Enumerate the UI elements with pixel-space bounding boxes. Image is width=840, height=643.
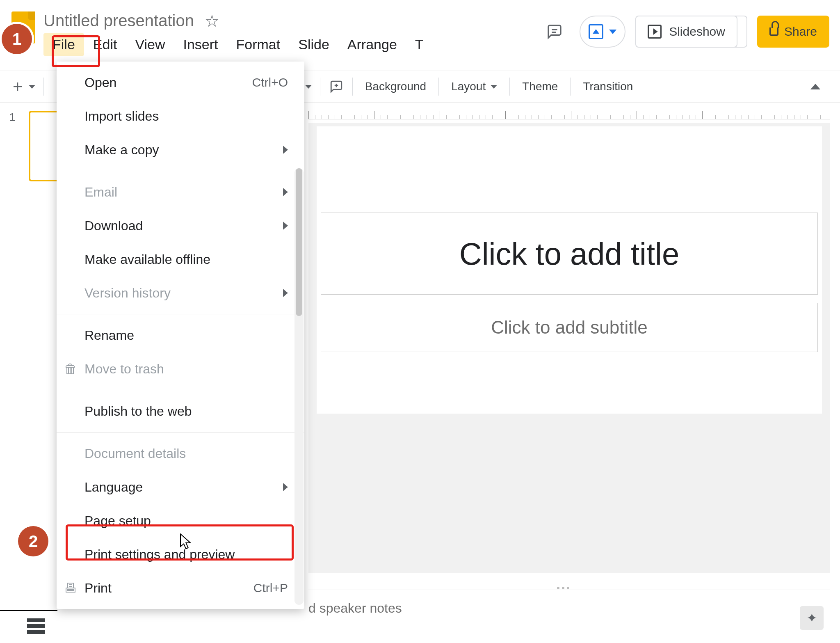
print-icon: 🖶 xyxy=(64,581,77,596)
theme-button[interactable]: Theme xyxy=(514,75,566,98)
thumbnail-index: 1 xyxy=(9,111,16,124)
menu-open[interactable]: Open Ctrl+O xyxy=(57,66,304,99)
lock-icon xyxy=(769,27,778,36)
menu-slide[interactable]: Slide xyxy=(289,33,338,56)
star-icon[interactable]: ☆ xyxy=(205,13,219,29)
menu-insert[interactable]: Insert xyxy=(174,33,227,56)
menu-import-slides[interactable]: Import slides xyxy=(57,99,304,133)
menu-make-offline[interactable]: Make available offline xyxy=(57,243,304,276)
menu-format[interactable]: Format xyxy=(227,33,290,56)
menu-make-copy[interactable]: Make a copy xyxy=(57,133,304,167)
menu-version-history-label: Version history xyxy=(84,286,171,301)
menu-email-label: Email xyxy=(84,185,117,200)
horizontal-ruler xyxy=(308,103,830,120)
menu-file[interactable]: File xyxy=(43,33,84,56)
menu-document-details[interactable]: Document details xyxy=(57,437,304,470)
menu-email[interactable]: Email xyxy=(57,175,304,209)
menu-print[interactable]: 🖶 Print Ctrl+P xyxy=(57,571,304,605)
menu-print-shortcut: Ctrl+P xyxy=(253,581,288,595)
menu-version-history[interactable]: Version history xyxy=(57,276,304,310)
new-slide-button[interactable] xyxy=(7,75,39,98)
menu-scrollbar[interactable] xyxy=(294,168,304,605)
menu-move-to-trash[interactable]: 🗑 Move to trash xyxy=(57,352,304,386)
background-button[interactable]: Background xyxy=(357,75,434,98)
slideshow-dropdown[interactable] xyxy=(727,16,747,48)
menu-edit[interactable]: Edit xyxy=(84,33,126,56)
menu-open-label: Open xyxy=(84,75,116,90)
menu-open-shortcut: Ctrl+O xyxy=(252,76,288,89)
submenu-arrow-icon xyxy=(283,222,288,230)
speaker-notes[interactable]: d speaker notes xyxy=(308,590,830,627)
subtitle-placeholder[interactable]: Click to add subtitle xyxy=(321,303,818,352)
menu-print-label: Print xyxy=(84,581,112,596)
menu-language-label: Language xyxy=(84,480,143,495)
comments-icon[interactable] xyxy=(539,16,570,47)
bottom-divider xyxy=(0,610,57,611)
slideshow-label: Slideshow xyxy=(669,25,725,39)
trash-icon: 🗑 xyxy=(64,362,77,377)
menu-download-label: Download xyxy=(84,218,143,233)
notes-resize-handle[interactable] xyxy=(557,587,582,593)
file-menu: Open Ctrl+O Import slides Make a copy Em… xyxy=(57,62,304,609)
slide-canvas[interactable]: Click to add title Click to add subtitle xyxy=(317,126,822,414)
submenu-arrow-icon xyxy=(283,289,288,297)
annotation-badge-1: 1 xyxy=(2,24,32,54)
layout-button[interactable]: Layout xyxy=(443,75,505,98)
layout-label: Layout xyxy=(451,80,486,93)
submenu-arrow-icon xyxy=(283,146,288,154)
menu-arrange[interactable]: Arrange xyxy=(338,33,406,56)
submenu-arrow-icon xyxy=(283,483,288,491)
share-button[interactable]: Share xyxy=(757,16,829,48)
document-title[interactable]: Untitled presentation xyxy=(43,11,194,30)
collapse-toolbar-button[interactable] xyxy=(806,75,833,98)
annotation-badge-2: 2 xyxy=(18,526,48,556)
present-button[interactable] xyxy=(580,16,625,48)
submenu-arrow-icon xyxy=(283,188,288,196)
menu-trash-label: Move to trash xyxy=(84,362,164,377)
filmstrip-toggle-icon[interactable] xyxy=(27,618,45,634)
menu-print-settings[interactable]: Print settings and preview xyxy=(57,538,304,571)
menu-page-setup[interactable]: Page setup xyxy=(57,504,304,538)
menu-language[interactable]: Language xyxy=(57,470,304,504)
share-label: Share xyxy=(784,25,817,39)
menu-view[interactable]: View xyxy=(126,33,174,56)
slideshow-button[interactable]: Slideshow xyxy=(635,16,737,48)
title-placeholder[interactable]: Click to add title xyxy=(321,213,818,295)
slide-canvas-area: Click to add title Click to add subtitle xyxy=(308,123,830,573)
transition-button[interactable]: Transition xyxy=(575,75,641,98)
menu-tools-cut[interactable]: T xyxy=(406,33,424,56)
menu-publish[interactable]: Publish to the web xyxy=(57,394,304,428)
menu-download[interactable]: Download xyxy=(57,209,304,243)
insert-comment-button[interactable] xyxy=(324,75,348,98)
menu-make-copy-label: Make a copy xyxy=(84,142,159,158)
menu-rename[interactable]: Rename xyxy=(57,318,304,352)
explore-button[interactable]: ✦ xyxy=(800,606,824,630)
speaker-notes-placeholder: d speaker notes xyxy=(308,601,402,616)
